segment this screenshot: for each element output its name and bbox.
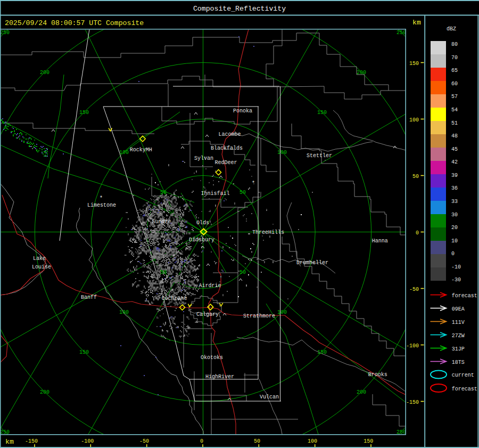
svg-text:Ponoka: Ponoka <box>233 108 252 114</box>
svg-text:km: km <box>412 19 421 27</box>
svg-text:Cochrane: Cochrane <box>162 296 187 302</box>
svg-text:57: 57 <box>451 94 458 100</box>
svg-text:70: 70 <box>451 55 458 61</box>
svg-text:150: 150 <box>409 61 419 67</box>
svg-text:48: 48 <box>451 133 458 139</box>
svg-text:dBZ: dBZ <box>447 26 456 32</box>
svg-text:Strathmore: Strathmore <box>243 313 275 319</box>
svg-text:-100: -100 <box>406 343 419 349</box>
svg-text:0: 0 <box>416 230 419 236</box>
svg-text:Composite_Reflectivity: Composite_Reflectivity <box>193 5 286 13</box>
svg-text:Stettler: Stettler <box>307 153 332 159</box>
svg-text:Drumheller: Drumheller <box>296 260 328 266</box>
svg-text:50: 50 <box>160 270 167 275</box>
svg-text:Okotoks: Okotoks <box>201 355 223 361</box>
svg-text:200: 200 <box>357 70 366 76</box>
svg-text:54: 54 <box>451 107 458 113</box>
svg-text:30: 30 <box>451 212 458 218</box>
svg-text:18TS: 18TS <box>452 360 465 365</box>
svg-text:HighRiver: HighRiver <box>205 374 234 380</box>
svg-text:-100: -100 <box>81 438 94 444</box>
svg-text:200: 200 <box>40 389 49 395</box>
svg-text:150: 150 <box>79 349 89 355</box>
svg-text:09EA: 09EA <box>452 306 465 312</box>
svg-text:50: 50 <box>160 190 167 196</box>
svg-text:45: 45 <box>451 146 458 152</box>
svg-text:RedDeer: RedDeer <box>215 160 237 166</box>
svg-text:100: 100 <box>409 117 419 123</box>
svg-text:Didsbury: Didsbury <box>189 237 214 243</box>
svg-text:*: * <box>252 181 255 186</box>
svg-text:27ZW: 27ZW <box>452 333 465 339</box>
svg-text:Blackfalds: Blackfalds <box>211 145 243 151</box>
svg-text:100: 100 <box>277 150 287 156</box>
svg-text:Hanna: Hanna <box>372 238 388 244</box>
svg-text:Innisfail: Innisfail <box>201 191 230 197</box>
svg-text:2025/09/24 08:00:57 UTC Compos: 2025/09/24 08:00:57 UTC Composite <box>5 19 144 27</box>
svg-text:RockyMH: RockyMH <box>130 147 152 153</box>
svg-text:39: 39 <box>451 173 458 178</box>
svg-text:Louise: Louise <box>32 264 51 270</box>
svg-text:100: 100 <box>119 309 129 315</box>
svg-text:200: 200 <box>357 389 366 395</box>
svg-text:-50: -50 <box>409 287 419 292</box>
svg-text:50: 50 <box>240 190 246 196</box>
svg-text:80: 80 <box>451 42 458 47</box>
svg-text:0: 0 <box>200 438 203 444</box>
svg-text:50: 50 <box>412 174 419 180</box>
svg-text:50: 50 <box>254 438 260 444</box>
svg-text:-10: -10 <box>451 264 461 270</box>
svg-text:10: 10 <box>451 238 458 244</box>
svg-text:Olds: Olds <box>196 220 209 226</box>
svg-text:Lacombe: Lacombe <box>219 132 241 137</box>
svg-text:-150: -150 <box>25 438 38 444</box>
svg-text:150: 150 <box>364 438 373 444</box>
svg-text:current: current <box>452 372 474 378</box>
svg-text:20: 20 <box>451 225 458 231</box>
svg-text:Calgary: Calgary <box>196 312 219 317</box>
svg-text:36: 36 <box>451 185 458 191</box>
svg-text:forecast: forecast <box>452 293 477 299</box>
svg-text:km: km <box>5 438 14 446</box>
svg-text:250: 250 <box>397 30 406 36</box>
svg-text:33: 33 <box>451 199 458 205</box>
svg-text:100: 100 <box>308 438 317 444</box>
svg-text:-30: -30 <box>451 277 461 283</box>
svg-text:0: 0 <box>451 251 455 257</box>
svg-text:-50: -50 <box>139 438 149 444</box>
svg-text:ThreeHills: ThreeHills <box>252 230 284 235</box>
svg-text:42: 42 <box>451 159 458 165</box>
svg-text:Brooks: Brooks <box>368 372 387 378</box>
svg-text:111V: 111V <box>452 320 465 325</box>
svg-text:100: 100 <box>119 150 129 156</box>
svg-text:Banff: Banff <box>81 295 97 300</box>
svg-text:Airdrie: Airdrie <box>199 283 221 289</box>
svg-text:Lake: Lake <box>33 256 46 262</box>
svg-text:31JP: 31JP <box>452 346 465 352</box>
svg-text:65: 65 <box>451 68 458 74</box>
svg-text:Sylvan: Sylvan <box>194 156 213 161</box>
svg-text:250: 250 <box>0 30 10 36</box>
svg-text:Limestone: Limestone <box>87 202 116 208</box>
svg-text:-150: -150 <box>406 400 419 405</box>
svg-text:150: 150 <box>317 349 327 355</box>
svg-text:forecast: forecast <box>452 386 477 392</box>
svg-text:150: 150 <box>79 110 89 116</box>
svg-text:60: 60 <box>451 81 458 87</box>
svg-text:51: 51 <box>451 120 458 126</box>
svg-text:50: 50 <box>240 270 246 275</box>
svg-text:Vulcan: Vulcan <box>260 394 279 400</box>
svg-text:150: 150 <box>317 110 327 116</box>
svg-text:Sundre: Sundre <box>152 219 171 225</box>
svg-text:200: 200 <box>40 70 49 76</box>
svg-text:100: 100 <box>277 309 287 315</box>
svg-text:*: * <box>100 196 103 201</box>
